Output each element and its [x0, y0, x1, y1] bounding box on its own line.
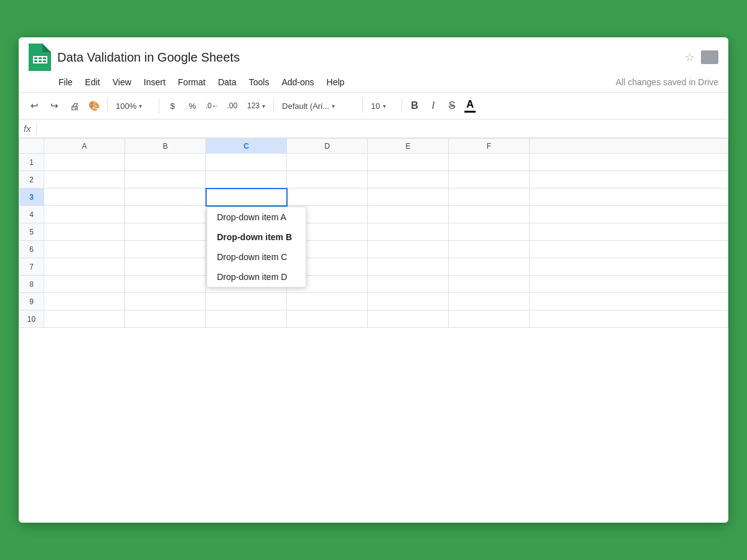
- cell-b5[interactable]: [125, 223, 206, 241]
- cell-a7[interactable]: [44, 258, 125, 276]
- strikethrough-button[interactable]: S: [443, 96, 461, 115]
- cell-extra-5[interactable]: [530, 223, 728, 241]
- formula-input[interactable]: [42, 124, 723, 133]
- dropdown-item-b[interactable]: Drop-down item B: [207, 227, 306, 247]
- dropdown-item-d[interactable]: Drop-down item D: [207, 267, 306, 287]
- cell-extra-2[interactable]: [530, 171, 728, 189]
- cell-e4[interactable]: [368, 206, 449, 223]
- cell-extra-9[interactable]: [530, 293, 728, 310]
- cell-a1[interactable]: [44, 154, 125, 171]
- number-format-selector[interactable]: 123 ▾: [243, 100, 270, 112]
- cell-e6[interactable]: [368, 241, 449, 258]
- row-header-10[interactable]: 10: [19, 310, 44, 328]
- cell-e7[interactable]: [368, 258, 449, 276]
- cell-f2[interactable]: [449, 171, 530, 189]
- cell-d9[interactable]: [287, 293, 368, 310]
- decimal-increase-button[interactable]: .00: [223, 96, 242, 115]
- menu-edit[interactable]: Edit: [80, 75, 105, 90]
- col-header-f[interactable]: F: [449, 139, 530, 154]
- decimal-decrease-button[interactable]: .0←: [203, 96, 222, 115]
- row-header-6[interactable]: 6: [19, 241, 44, 258]
- cell-extra-4[interactable]: [530, 206, 728, 223]
- cell-c1[interactable]: [206, 154, 287, 171]
- menu-insert[interactable]: Insert: [139, 75, 171, 90]
- cell-f3[interactable]: [449, 189, 530, 206]
- cell-b8[interactable]: [125, 276, 206, 293]
- cell-e10[interactable]: [368, 310, 449, 328]
- row-header-7[interactable]: 7: [19, 258, 44, 276]
- cell-f9[interactable]: [449, 293, 530, 310]
- cell-a6[interactable]: [44, 241, 125, 258]
- cell-a4[interactable]: [44, 206, 125, 223]
- currency-format-button[interactable]: $: [163, 96, 182, 115]
- menu-view[interactable]: View: [108, 75, 136, 90]
- cell-d1[interactable]: [287, 154, 368, 171]
- cell-c3[interactable]: Drop-down item A Drop-down item B Drop-d…: [206, 189, 287, 206]
- menu-file[interactable]: File: [54, 75, 78, 90]
- font-size-selector[interactable]: 10 ▾: [367, 100, 398, 113]
- cell-extra-7[interactable]: [530, 258, 728, 276]
- font-name-selector[interactable]: Default (Ari... ▾: [278, 100, 359, 113]
- row-header-8[interactable]: 8: [19, 276, 44, 293]
- cell-f4[interactable]: [449, 206, 530, 223]
- cell-a9[interactable]: [44, 293, 125, 310]
- cell-extra-3[interactable]: [530, 189, 728, 206]
- undo-button[interactable]: ↩: [25, 96, 44, 115]
- bold-button[interactable]: B: [406, 96, 423, 115]
- cell-f7[interactable]: [449, 258, 530, 276]
- cell-extra-8[interactable]: [530, 276, 728, 293]
- cell-f8[interactable]: [449, 276, 530, 293]
- cell-extra-1[interactable]: [530, 154, 728, 171]
- folder-icon[interactable]: [701, 50, 718, 64]
- cell-e9[interactable]: [368, 293, 449, 310]
- cell-b10[interactable]: [125, 310, 206, 328]
- cell-e2[interactable]: [368, 171, 449, 189]
- cell-c2[interactable]: [206, 171, 287, 189]
- star-icon[interactable]: ☆: [685, 50, 695, 64]
- cell-a5[interactable]: [44, 223, 125, 241]
- italic-button[interactable]: I: [425, 96, 442, 115]
- cell-b9[interactable]: [125, 293, 206, 310]
- cell-extra-6[interactable]: [530, 241, 728, 258]
- dropdown-item-a[interactable]: Drop-down item A: [207, 207, 306, 227]
- col-header-a[interactable]: A: [44, 139, 125, 154]
- redo-button[interactable]: ↪: [45, 96, 63, 115]
- row-header-2[interactable]: 2: [19, 171, 44, 189]
- cell-b2[interactable]: [125, 171, 206, 189]
- cell-d2[interactable]: [287, 171, 368, 189]
- col-header-b[interactable]: B: [125, 139, 206, 154]
- cell-b6[interactable]: [125, 241, 206, 258]
- row-header-3[interactable]: 3: [19, 189, 44, 206]
- cell-e1[interactable]: [368, 154, 449, 171]
- cell-e3[interactable]: [368, 189, 449, 206]
- cell-f1[interactable]: [449, 154, 530, 171]
- cell-a2[interactable]: [44, 171, 125, 189]
- cell-b1[interactable]: [125, 154, 206, 171]
- cell-extra-10[interactable]: [530, 310, 728, 328]
- cell-b3[interactable]: [125, 189, 206, 206]
- row-header-9[interactable]: 9: [19, 293, 44, 310]
- cell-b7[interactable]: [125, 258, 206, 276]
- cell-f6[interactable]: [449, 241, 530, 258]
- cell-f10[interactable]: [449, 310, 530, 328]
- col-header-extra[interactable]: [530, 139, 728, 154]
- menu-help[interactable]: Help: [322, 75, 350, 90]
- cell-b4[interactable]: [125, 206, 206, 223]
- menu-tools[interactable]: Tools: [244, 75, 275, 90]
- cell-a3[interactable]: [44, 189, 125, 206]
- col-header-c[interactable]: C: [206, 139, 287, 154]
- menu-data[interactable]: Data: [213, 75, 242, 90]
- row-header-1[interactable]: 1: [19, 154, 44, 171]
- underline-button[interactable]: A: [462, 98, 478, 114]
- row-header-4[interactable]: 4: [19, 206, 44, 223]
- cell-a8[interactable]: [44, 276, 125, 293]
- col-header-e[interactable]: E: [368, 139, 449, 154]
- paint-format-button[interactable]: 🎨: [85, 96, 103, 115]
- row-header-5[interactable]: 5: [19, 223, 44, 241]
- percent-format-button[interactable]: %: [183, 96, 202, 115]
- zoom-selector[interactable]: 100% ▾: [111, 100, 155, 113]
- cell-c10[interactable]: [206, 310, 287, 328]
- dropdown-item-c[interactable]: Drop-down item C: [207, 247, 306, 267]
- cell-d10[interactable]: [287, 310, 368, 328]
- menu-addons[interactable]: Add-ons: [276, 75, 319, 90]
